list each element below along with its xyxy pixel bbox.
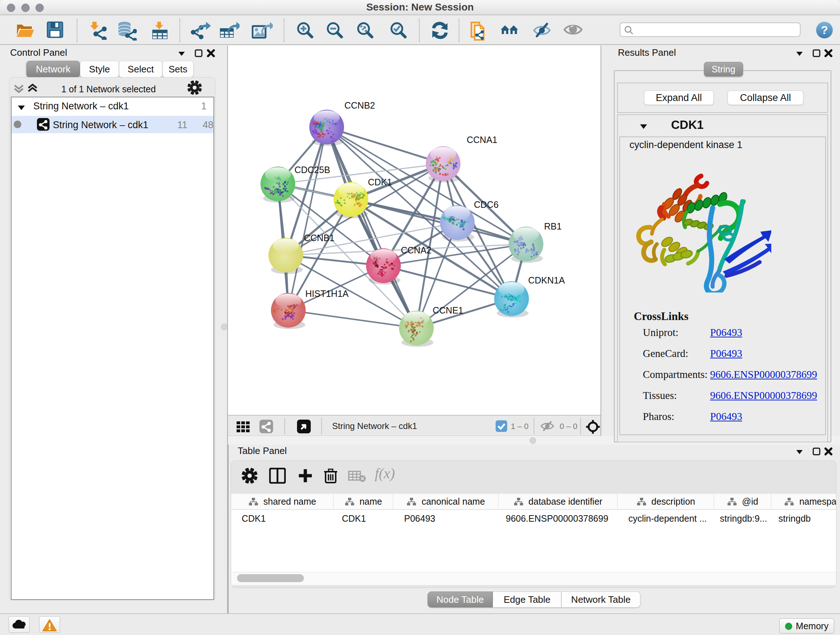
svg-text:CDC25B: CDC25B <box>294 165 330 175</box>
svg-text:CDKN1A: CDKN1A <box>528 275 565 285</box>
svg-text:?: ? <box>821 24 828 36</box>
svg-text:HIST1H1A: HIST1H1A <box>305 288 349 299</box>
svg-text:CDK1: CDK1 <box>368 177 392 187</box>
svg-text:CCNA2: CCNA2 <box>401 245 431 255</box>
svg-text:CCNB1: CCNB1 <box>304 233 335 243</box>
svg-text:CCNE1: CCNE1 <box>433 305 463 315</box>
svg-text:CCNB2: CCNB2 <box>344 100 375 111</box>
svg-text:CCNA1: CCNA1 <box>467 135 497 145</box>
svg-text:CDC6: CDC6 <box>474 200 499 210</box>
svg-text:RB1: RB1 <box>544 221 562 231</box>
